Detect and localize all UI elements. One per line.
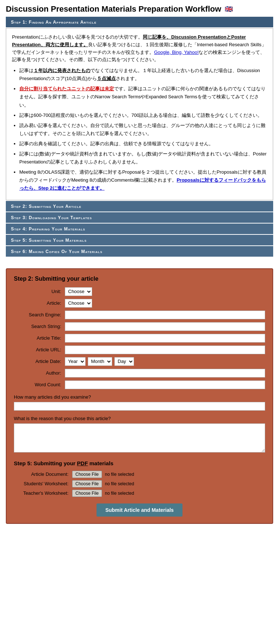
- question1-label: How many articles did you examine?: [14, 394, 265, 400]
- search-engine-row: Search Engine:: [14, 311, 265, 319]
- step1-li7: Meeting 8のOLASS課題で、適切な記事に対するProposalを２つ提…: [19, 168, 267, 192]
- search-engine-label: Search Engine:: [14, 312, 65, 317]
- flag-icon: 🇬🇧: [225, 5, 233, 13]
- unit-select[interactable]: Choose: [65, 287, 92, 296]
- article-url-label: Article URL:: [14, 347, 65, 352]
- teacher-ws-row: Teacher's Worksheet: Choose File no file…: [14, 490, 265, 497]
- author-input[interactable]: [65, 369, 265, 378]
- steps-container: Step 1: Finding an appropriate article P…: [0, 17, 279, 265]
- month-select[interactable]: Month: [88, 357, 112, 366]
- unit-row: Unit: Choose: [14, 287, 265, 296]
- teacher-ws-choose-button[interactable]: Choose File: [72, 490, 102, 497]
- date-selects: Year Month Day: [65, 357, 134, 366]
- article-title-row: Article Title:: [14, 334, 265, 343]
- students-ws-row: Students' Worksheet: Choose File no file…: [14, 480, 265, 487]
- word-count-input[interactable]: [65, 380, 265, 389]
- teacher-ws-label: Teacher's Worksheet:: [14, 490, 72, 496]
- author-label: Author:: [14, 370, 65, 376]
- article-row: Article: Choose: [14, 299, 265, 308]
- submit-button[interactable]: Submit Article and Materials: [97, 503, 182, 517]
- students-ws-choose-button[interactable]: Choose File: [72, 480, 102, 487]
- search-string-input[interactable]: [65, 322, 265, 331]
- article-date-row: Article Date: Year Month Day: [14, 357, 265, 366]
- step1-label: Step 1: Finding an appropriate article: [11, 20, 97, 25]
- article-label: Article:: [14, 300, 65, 306]
- year-select[interactable]: Year: [65, 357, 86, 366]
- step1-li4: 読み易い記事を選んでください。自分で読んで難しいと思った場合は、グループの他の人…: [19, 122, 267, 138]
- step5-label: Step 5: Submitting your materials: [11, 238, 87, 243]
- form-container: Step 2: Submitting your article Unit: Ch…: [6, 268, 273, 524]
- teacher-ws-no-file: no file selected: [105, 491, 134, 496]
- search-engine-input[interactable]: [65, 311, 265, 319]
- page-title: Discussion Presentation Materials Prepar…: [6, 4, 221, 14]
- step1-li1: 記事は１年以内に発表されたものでなくてはなりません。１年以上経過した古いものを選…: [19, 67, 267, 83]
- article-date-label: Article Date:: [14, 359, 65, 364]
- word-count-label: Word Count:: [14, 382, 65, 387]
- day-select[interactable]: Day: [114, 357, 134, 366]
- step1-li5: 記事の出典を確認してください。記事の出典は、信頼できる情報源でなくてはなりません…: [19, 140, 267, 148]
- step3-label: Step 3: Downloading your templates: [11, 215, 92, 220]
- form-section-title: Step 2: Submitting your article: [14, 276, 265, 282]
- word-count-row: Word Count:: [14, 380, 265, 389]
- step1-content: Presentationにふさわしい良い記事を見つけるのが大切です。同じ記事を、…: [6, 28, 273, 200]
- step4-label: Step 4: Preparing your materials: [11, 226, 85, 232]
- step2-label: Step 2: Submitting your article: [11, 204, 82, 209]
- question1-block: How many articles did you examine?: [14, 394, 265, 411]
- students-ws-label: Students' Worksheet:: [14, 481, 72, 486]
- search-string-label: Search String:: [14, 324, 65, 329]
- article-title-label: Article Title:: [14, 335, 65, 341]
- step1-header[interactable]: Step 1: Finding an appropriate article: [6, 17, 273, 27]
- step1-list: 記事は１年以内に発表されたものでなくてはなりません。１年以上経過した古いものを選…: [19, 67, 267, 192]
- question1-input[interactable]: [14, 402, 265, 411]
- step1-li3: 記事は600-700語程度の短いものを選んでください。700語以上ある場合は、編…: [19, 111, 267, 119]
- article-doc-no-file: no file selected: [105, 472, 134, 477]
- question2-block: What is the reason that you chose this a…: [14, 416, 265, 454]
- step1-p1: Presentationにふさわしい良い記事を見つけるのが大切です。同じ記事を、…: [12, 33, 267, 64]
- step3-header[interactable]: Step 3: Downloading your templates: [6, 212, 273, 223]
- step5-pdf-title: Step 5: Submitting your PDF materials: [14, 460, 265, 466]
- step1-li2: 自分に割り当てられたユニットの記事は未定です。記事はユニットの記事に何らかの関連…: [19, 85, 267, 109]
- step5-header[interactable]: Step 5: Submitting your materials: [6, 235, 273, 245]
- step1-li6: 記事には(数値)データや統計資料が含まれていますか。もし(数値)データや統計資料…: [19, 150, 267, 166]
- article-doc-choose-button[interactable]: Choose File: [72, 471, 102, 478]
- unit-label: Unit:: [14, 289, 65, 294]
- question2-label: What is the reason that you chose this a…: [14, 416, 265, 421]
- author-row: Author:: [14, 369, 265, 378]
- article-doc-label: Article Document:: [14, 471, 72, 477]
- step2-header[interactable]: Step 2: Submitting your article: [6, 201, 273, 212]
- search-string-row: Search String:: [14, 322, 265, 331]
- page-header: Discussion Presentation Materials Prepar…: [0, 0, 279, 17]
- article-select[interactable]: Choose: [65, 299, 92, 308]
- article-title-input[interactable]: [65, 334, 265, 343]
- article-doc-row: Article Document: Choose File no file se…: [14, 471, 265, 478]
- students-ws-no-file: no file selected: [105, 481, 134, 486]
- step6-label: Step 6: Making copies of your materials: [11, 249, 102, 254]
- question2-textarea[interactable]: [14, 423, 265, 453]
- article-url-input[interactable]: [65, 345, 265, 354]
- article-url-row: Article URL:: [14, 345, 265, 354]
- submit-btn-row: Submit Article and Materials: [14, 503, 265, 517]
- step6-header[interactable]: Step 6: Making copies of your materials: [6, 246, 273, 257]
- step4-header[interactable]: Step 4: Preparing your materials: [6, 224, 273, 234]
